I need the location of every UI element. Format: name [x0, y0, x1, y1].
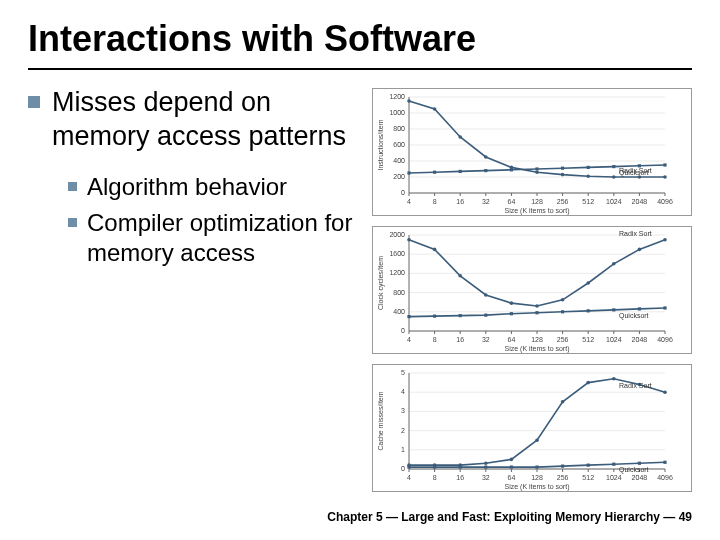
svg-text:Cache misses/item: Cache misses/item: [377, 391, 384, 450]
svg-rect-118: [535, 311, 538, 314]
svg-rect-121: [612, 308, 615, 311]
svg-text:32: 32: [482, 336, 490, 343]
svg-text:800: 800: [393, 125, 405, 132]
svg-rect-179: [510, 465, 513, 468]
bullet-main-text: Misses depend on memory access patterns: [52, 86, 358, 154]
svg-point-42: [458, 135, 462, 139]
svg-text:5: 5: [401, 369, 405, 376]
svg-text:512: 512: [582, 336, 594, 343]
svg-rect-180: [535, 465, 538, 468]
svg-text:400: 400: [393, 157, 405, 164]
svg-point-109: [586, 281, 590, 285]
svg-text:2048: 2048: [632, 336, 648, 343]
svg-rect-120: [587, 309, 590, 312]
text-column: Misses depend on memory access patterns …: [28, 86, 358, 492]
svg-text:Quicksort: Quicksort: [619, 466, 649, 474]
svg-text:4096: 4096: [657, 336, 673, 343]
svg-point-41: [433, 107, 437, 111]
svg-text:256: 256: [557, 198, 569, 205]
svg-text:Quicksort: Quicksort: [619, 312, 649, 320]
svg-rect-53: [459, 170, 462, 173]
svg-text:Instructions/item: Instructions/item: [377, 119, 384, 170]
bullet-level2: Compiler optimization for memory access: [68, 208, 358, 268]
svg-text:16: 16: [456, 336, 464, 343]
svg-text:4: 4: [407, 198, 411, 205]
svg-text:2048: 2048: [632, 474, 648, 481]
svg-text:Radix Sort: Radix Sort: [619, 230, 652, 237]
svg-text:1: 1: [401, 446, 405, 453]
svg-text:8: 8: [433, 198, 437, 205]
content-row: Misses depend on memory access patterns …: [28, 86, 692, 492]
svg-point-167: [484, 461, 488, 465]
svg-point-171: [586, 381, 590, 385]
svg-text:256: 256: [557, 474, 569, 481]
svg-text:4: 4: [407, 474, 411, 481]
svg-point-48: [612, 175, 616, 179]
svg-rect-61: [663, 163, 666, 166]
svg-text:4: 4: [401, 388, 405, 395]
svg-text:200: 200: [393, 173, 405, 180]
svg-text:64: 64: [508, 474, 516, 481]
svg-point-108: [561, 298, 565, 302]
chart-a: 0200400600800100012004816326412825651210…: [372, 88, 692, 216]
svg-point-50: [663, 175, 667, 179]
svg-text:8: 8: [433, 474, 437, 481]
svg-text:Radix Sort: Radix Sort: [619, 382, 652, 389]
svg-rect-185: [663, 461, 666, 464]
svg-text:2: 2: [401, 427, 405, 434]
svg-point-102: [407, 238, 411, 242]
svg-rect-52: [433, 171, 436, 174]
svg-rect-183: [612, 463, 615, 466]
svg-text:128: 128: [531, 336, 543, 343]
svg-rect-177: [459, 465, 462, 468]
bullet-level2: Algorithm behavior: [68, 172, 358, 202]
svg-text:Clock cycles/item: Clock cycles/item: [377, 256, 385, 310]
svg-rect-51: [407, 171, 410, 174]
svg-rect-178: [484, 465, 487, 468]
svg-text:64: 64: [508, 336, 516, 343]
square-bullet-icon: [28, 96, 40, 108]
svg-text:0: 0: [401, 189, 405, 196]
svg-text:0: 0: [401, 327, 405, 334]
title-rule: [28, 68, 692, 70]
svg-point-47: [586, 174, 590, 178]
svg-rect-58: [587, 166, 590, 169]
svg-text:1600: 1600: [389, 250, 405, 257]
svg-text:512: 512: [582, 474, 594, 481]
slide: Interactions with Software Misses depend…: [0, 0, 720, 540]
svg-text:4096: 4096: [657, 198, 673, 205]
svg-rect-119: [561, 310, 564, 313]
svg-rect-184: [638, 462, 641, 465]
svg-text:16: 16: [456, 474, 464, 481]
svg-text:512: 512: [582, 198, 594, 205]
svg-rect-182: [587, 464, 590, 467]
svg-text:800: 800: [393, 289, 405, 296]
square-bullet-icon: [68, 182, 77, 191]
svg-text:2000: 2000: [389, 231, 405, 238]
svg-text:400: 400: [393, 308, 405, 315]
svg-rect-116: [484, 314, 487, 317]
svg-point-43: [484, 155, 488, 159]
svg-point-170: [561, 400, 565, 404]
svg-point-105: [484, 293, 488, 297]
svg-text:1024: 1024: [606, 474, 622, 481]
square-bullet-icon: [68, 218, 77, 227]
svg-rect-176: [433, 465, 436, 468]
svg-text:32: 32: [482, 198, 490, 205]
svg-point-172: [612, 377, 616, 381]
svg-point-111: [638, 248, 642, 252]
svg-rect-115: [459, 314, 462, 317]
svg-point-110: [612, 262, 616, 266]
svg-text:2048: 2048: [632, 198, 648, 205]
svg-text:1200: 1200: [389, 93, 405, 100]
svg-text:3: 3: [401, 407, 405, 414]
svg-text:16: 16: [456, 198, 464, 205]
svg-text:Quicksort: Quicksort: [619, 169, 649, 177]
svg-rect-113: [407, 315, 410, 318]
svg-text:4: 4: [407, 336, 411, 343]
svg-text:256: 256: [557, 336, 569, 343]
svg-text:1024: 1024: [606, 336, 622, 343]
svg-rect-55: [510, 168, 513, 171]
svg-text:64: 64: [508, 198, 516, 205]
svg-rect-123: [663, 306, 666, 309]
